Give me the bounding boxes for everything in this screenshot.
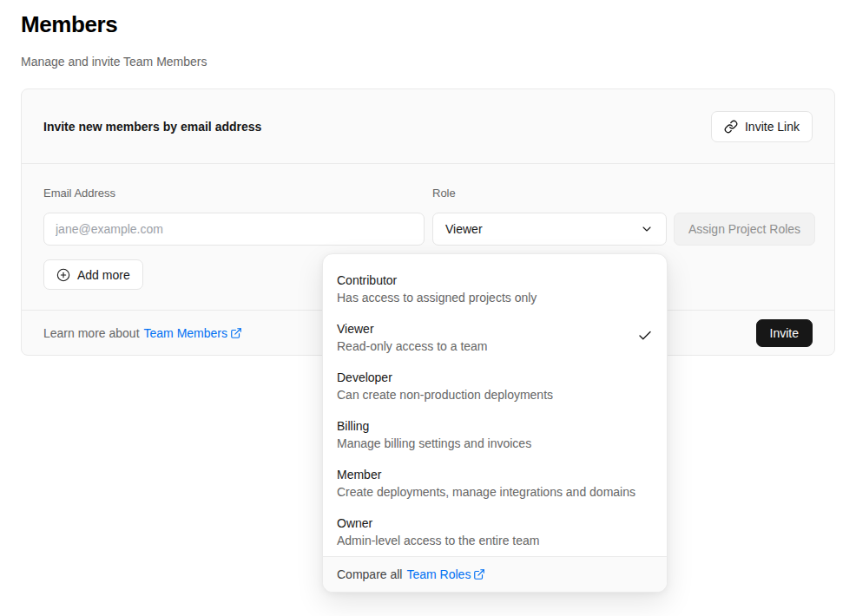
page-subtitle: Manage and invite Team Members bbox=[21, 55, 207, 69]
role-dropdown-list: Contributor Has access to assigned proje… bbox=[323, 254, 667, 556]
role-select[interactable]: Viewer bbox=[432, 213, 667, 246]
role-option-name: Developer bbox=[337, 369, 553, 386]
role-option-viewer[interactable]: Viewer Read-only access to a team bbox=[323, 313, 667, 362]
invite-button[interactable]: Invite bbox=[756, 319, 813, 347]
role-option-name: Contributor bbox=[337, 272, 537, 289]
add-more-label: Add more bbox=[77, 268, 130, 282]
compare-all-prefix: Compare all bbox=[337, 566, 402, 583]
role-option-name: Billing bbox=[337, 417, 531, 435]
role-dropdown-menu: Contributor Has access to assigned proje… bbox=[322, 253, 668, 593]
learn-more-text: Learn more about Team Members bbox=[43, 326, 242, 340]
role-option-description: Has access to assigned projects only bbox=[337, 289, 537, 306]
team-roles-link-label: Team Roles bbox=[406, 566, 471, 583]
role-dropdown-footer: Compare all Team Roles bbox=[323, 556, 667, 592]
add-more-button[interactable]: Add more bbox=[43, 259, 143, 290]
role-option-developer[interactable]: Developer Can create non-production depl… bbox=[323, 362, 667, 410]
check-icon bbox=[637, 328, 653, 347]
role-option-billing[interactable]: Billing Manage billing settings and invo… bbox=[323, 410, 667, 459]
page-title: Members bbox=[21, 11, 117, 38]
role-option-description: Can create non-production deployments bbox=[337, 386, 553, 403]
team-roles-link[interactable]: Team Roles bbox=[406, 566, 485, 583]
invite-link-button[interactable]: Invite Link bbox=[711, 111, 813, 142]
role-option-contributor[interactable]: Contributor Has access to assigned proje… bbox=[323, 265, 667, 313]
role-option-description: Create deployments, manage integrations … bbox=[337, 483, 635, 501]
external-link-icon bbox=[230, 327, 242, 339]
team-members-link-label: Team Members bbox=[144, 326, 227, 340]
invite-link-label: Invite Link bbox=[745, 120, 800, 134]
plus-circle-icon bbox=[56, 268, 70, 282]
external-link-icon bbox=[473, 568, 485, 580]
role-select-value: Viewer bbox=[445, 222, 483, 236]
role-option-description: Read-only access to a team bbox=[337, 337, 488, 355]
learn-more-prefix: Learn more about bbox=[43, 326, 140, 340]
email-input[interactable] bbox=[43, 213, 425, 246]
chevron-down-icon bbox=[640, 222, 654, 236]
role-option-name: Owner bbox=[337, 514, 539, 532]
email-address-label: Email Address bbox=[43, 187, 115, 200]
role-option-owner[interactable]: Owner Admin-level access to the entire t… bbox=[323, 508, 667, 556]
role-option-description: Admin-level access to the entire team bbox=[337, 532, 539, 549]
role-label: Role bbox=[432, 187, 456, 200]
link-icon bbox=[724, 120, 738, 134]
members-page: Members Manage and invite Team Members I… bbox=[0, 0, 856, 616]
role-option-member[interactable]: Member Create deployments, manage integr… bbox=[323, 459, 667, 508]
role-option-name: Member bbox=[337, 466, 635, 483]
assign-project-roles-button[interactable]: Assign Project Roles bbox=[674, 213, 815, 246]
team-members-link[interactable]: Team Members bbox=[144, 326, 242, 340]
invite-card-title: Invite new members by email address bbox=[43, 120, 261, 134]
invite-card-header: Invite new members by email address Invi… bbox=[22, 89, 834, 164]
role-option-description: Manage billing settings and invoices bbox=[337, 435, 531, 452]
role-option-name: Viewer bbox=[337, 320, 488, 337]
